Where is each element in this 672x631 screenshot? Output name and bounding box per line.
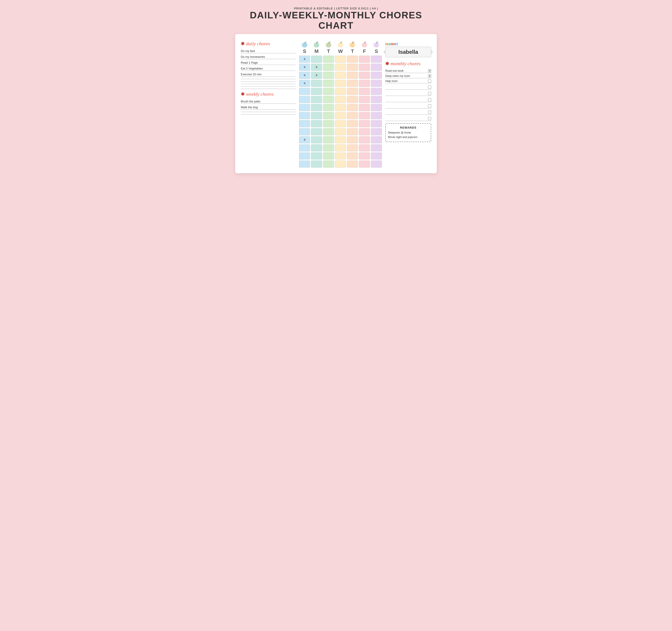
grid-cell[interactable] xyxy=(323,88,334,95)
grid-cell[interactable] xyxy=(323,72,334,79)
grid-cell[interactable]: X xyxy=(299,55,310,63)
grid-cell[interactable] xyxy=(347,153,358,160)
grid-cell[interactable] xyxy=(299,104,310,111)
grid-cell[interactable] xyxy=(311,153,322,160)
grid-cell[interactable] xyxy=(359,144,370,151)
grid-cell[interactable] xyxy=(335,72,346,79)
grid-cell[interactable]: X xyxy=(299,136,310,143)
grid-cell[interactable] xyxy=(359,80,370,87)
grid-cell[interactable] xyxy=(311,112,322,119)
grid-cell[interactable]: X xyxy=(299,64,310,71)
grid-cell[interactable] xyxy=(299,128,310,135)
grid-cell[interactable] xyxy=(299,153,310,160)
monthly-checkbox[interactable] xyxy=(428,117,431,120)
grid-cell[interactable] xyxy=(347,55,358,63)
grid-cell[interactable] xyxy=(311,96,322,103)
grid-cell[interactable] xyxy=(311,88,322,95)
grid-cell[interactable] xyxy=(359,112,370,119)
grid-cell[interactable] xyxy=(323,112,334,119)
grid-cell[interactable] xyxy=(347,120,358,127)
grid-cell[interactable] xyxy=(311,136,322,143)
monthly-checkbox[interactable]: V xyxy=(428,74,431,77)
grid-cell[interactable]: X xyxy=(311,64,322,71)
grid-cell[interactable] xyxy=(371,112,382,119)
grid-cell[interactable] xyxy=(323,136,334,143)
grid-cell[interactable] xyxy=(371,64,382,71)
grid-cell[interactable] xyxy=(311,128,322,135)
grid-cell[interactable] xyxy=(299,88,310,95)
grid-cell[interactable] xyxy=(359,136,370,143)
grid-cell[interactable] xyxy=(371,144,382,151)
grid-cell[interactable] xyxy=(359,153,370,160)
grid-cell[interactable] xyxy=(335,120,346,127)
grid-cell[interactable] xyxy=(347,96,358,103)
grid-cell[interactable] xyxy=(359,72,370,79)
grid-cell[interactable] xyxy=(335,104,346,111)
grid-cell[interactable] xyxy=(359,160,370,168)
grid-cell[interactable] xyxy=(359,55,370,63)
grid-cell[interactable] xyxy=(347,128,358,135)
grid-cell[interactable]: X xyxy=(299,80,310,87)
grid-cell[interactable] xyxy=(335,112,346,119)
grid-cell[interactable] xyxy=(359,128,370,135)
grid-cell[interactable] xyxy=(359,120,370,127)
grid-cell[interactable] xyxy=(335,64,346,71)
grid-cell[interactable]: X xyxy=(299,72,310,79)
grid-cell[interactable] xyxy=(311,80,322,87)
grid-cell[interactable] xyxy=(335,160,346,168)
grid-cell[interactable] xyxy=(371,104,382,111)
grid-cell[interactable] xyxy=(323,104,334,111)
grid-cell[interactable] xyxy=(323,64,334,71)
grid-cell[interactable] xyxy=(359,104,370,111)
grid-cell[interactable] xyxy=(347,88,358,95)
grid-cell[interactable] xyxy=(299,96,310,103)
monthly-checkbox[interactable]: V xyxy=(428,69,431,72)
grid-cell[interactable] xyxy=(347,160,358,168)
grid-cell[interactable] xyxy=(323,128,334,135)
monthly-checkbox[interactable] xyxy=(428,79,431,83)
monthly-checkbox[interactable] xyxy=(428,92,431,95)
grid-cell[interactable] xyxy=(335,88,346,95)
grid-cell[interactable] xyxy=(347,136,358,143)
monthly-checkbox[interactable] xyxy=(428,98,431,101)
grid-cell[interactable] xyxy=(335,144,346,151)
grid-cell[interactable] xyxy=(323,120,334,127)
grid-cell[interactable] xyxy=(335,55,346,63)
grid-cell[interactable] xyxy=(335,128,346,135)
monthly-checkbox[interactable] xyxy=(428,111,431,114)
grid-cell[interactable] xyxy=(299,160,310,168)
grid-cell[interactable] xyxy=(371,88,382,95)
grid-cell[interactable] xyxy=(347,72,358,79)
grid-cell[interactable]: X xyxy=(311,72,322,79)
grid-cell[interactable] xyxy=(371,55,382,63)
grid-cell[interactable] xyxy=(335,136,346,143)
grid-cell[interactable] xyxy=(371,160,382,168)
grid-cell[interactable] xyxy=(347,112,358,119)
grid-cell[interactable] xyxy=(335,96,346,103)
grid-cell[interactable] xyxy=(371,96,382,103)
grid-cell[interactable] xyxy=(323,153,334,160)
grid-cell[interactable] xyxy=(311,55,322,63)
monthly-checkbox[interactable] xyxy=(428,104,431,108)
grid-cell[interactable] xyxy=(371,128,382,135)
grid-cell[interactable] xyxy=(323,160,334,168)
grid-cell[interactable] xyxy=(371,120,382,127)
grid-cell[interactable] xyxy=(311,160,322,168)
grid-cell[interactable] xyxy=(323,96,334,103)
grid-cell[interactable] xyxy=(359,64,370,71)
grid-cell[interactable] xyxy=(299,144,310,151)
grid-cell[interactable] xyxy=(371,136,382,143)
grid-cell[interactable] xyxy=(347,64,358,71)
grid-cell[interactable] xyxy=(311,144,322,151)
grid-cell[interactable] xyxy=(347,80,358,87)
grid-cell[interactable] xyxy=(299,112,310,119)
grid-cell[interactable] xyxy=(311,120,322,127)
grid-cell[interactable] xyxy=(323,55,334,63)
grid-cell[interactable] xyxy=(371,72,382,79)
grid-cell[interactable] xyxy=(359,96,370,103)
grid-cell[interactable] xyxy=(347,104,358,111)
grid-cell[interactable] xyxy=(335,153,346,160)
grid-cell[interactable] xyxy=(311,104,322,111)
grid-cell[interactable] xyxy=(323,80,334,87)
grid-cell[interactable] xyxy=(335,80,346,87)
